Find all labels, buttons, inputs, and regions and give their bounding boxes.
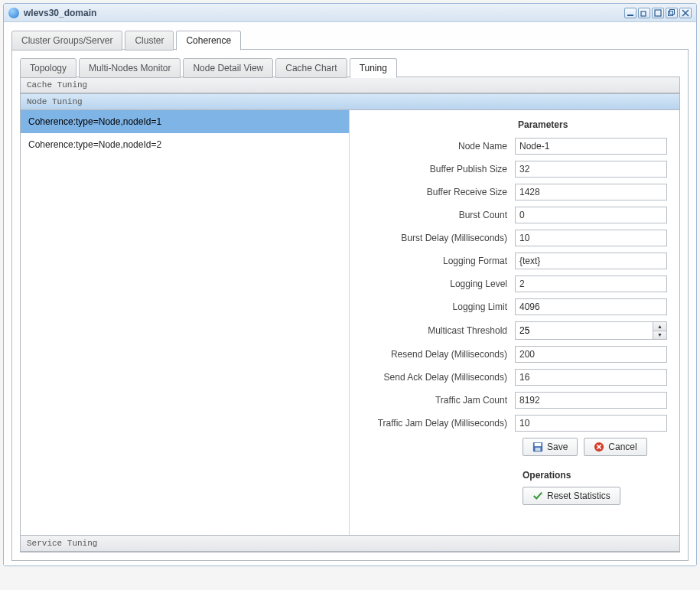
label-burst-count: Burst Count xyxy=(365,210,515,220)
input-traffic-jam-delay[interactable] xyxy=(515,415,667,432)
svg-rect-3 xyxy=(670,9,675,14)
titlebar: wlevs30_domain xyxy=(4,4,696,22)
save-button-label: Save xyxy=(547,442,568,452)
svg-rect-7 xyxy=(536,448,541,451)
label-multicast-threshold: Multicast Threshold xyxy=(365,325,515,336)
cancel-button-label: Cancel xyxy=(608,442,637,452)
input-logging-limit[interactable] xyxy=(515,298,667,315)
tab-cluster[interactable]: Cluster xyxy=(125,31,174,51)
label-burst-delay: Burst Delay (Milliseconds) xyxy=(365,233,515,243)
label-traffic-jam-count: Traffic Jam Count xyxy=(365,395,515,406)
minimize-icon xyxy=(627,9,634,17)
cancel-icon xyxy=(594,442,604,452)
cancel-button[interactable]: Cancel xyxy=(584,438,646,456)
input-burst-count[interactable] xyxy=(515,207,667,223)
label-send-ack-delay: Send Ack Delay (Milliseconds) xyxy=(365,372,515,383)
parameters-title: Parameters xyxy=(518,119,667,130)
accordion-cache-tuning[interactable]: Cache Tuning xyxy=(21,77,679,93)
node-list: Coherence:type=Node,nodeId=1 Coherence:t… xyxy=(21,110,350,535)
coherence-panel: Topology Multi-Nodes Monitor Node Detail… xyxy=(11,49,689,561)
spinner-multicast-threshold: ▲ ▼ xyxy=(515,321,667,340)
check-icon xyxy=(532,491,543,501)
label-traffic-jam-delay: Traffic Jam Delay (Milliseconds) xyxy=(365,418,515,429)
save-button[interactable]: Save xyxy=(523,438,578,456)
node-item-1[interactable]: Coherence:type=Node,nodeId=1 xyxy=(21,110,349,133)
label-logging-level: Logging Level xyxy=(365,279,515,289)
input-buffer-publish-size[interactable] xyxy=(515,161,667,178)
reset-statistics-label: Reset Statistics xyxy=(547,491,610,501)
maximize-icon xyxy=(654,9,662,17)
svg-rect-6 xyxy=(535,443,542,446)
input-resend-delay[interactable] xyxy=(515,346,667,363)
maximize-button[interactable] xyxy=(652,8,664,18)
input-burst-delay[interactable] xyxy=(515,230,667,246)
close-button[interactable] xyxy=(679,8,692,18)
input-logging-level[interactable] xyxy=(515,275,667,292)
window-controls xyxy=(624,8,692,18)
input-buffer-receive-size[interactable] xyxy=(515,184,667,200)
svg-rect-0 xyxy=(627,15,633,16)
tab-node-detail-view[interactable]: Node Detail View xyxy=(183,58,273,78)
outer-tabstrip: Cluster Groups/Server Cluster Coherence xyxy=(11,30,689,50)
accordion-service-tuning[interactable]: Service Tuning xyxy=(21,535,679,552)
input-logging-format[interactable] xyxy=(515,253,667,269)
minimize-button[interactable] xyxy=(624,8,637,18)
input-node-name[interactable] xyxy=(515,138,667,155)
cascade-icon xyxy=(668,9,676,17)
label-logging-limit: Logging Limit xyxy=(365,302,515,312)
label-logging-format: Logging Format xyxy=(365,256,515,266)
save-icon xyxy=(532,442,543,452)
input-send-ack-delay[interactable] xyxy=(515,369,667,386)
reset-statistics-button[interactable]: Reset Statistics xyxy=(523,487,620,505)
svg-rect-2 xyxy=(655,10,661,16)
inner-tabstrip: Topology Multi-Nodes Monitor Node Detail… xyxy=(20,57,680,77)
tab-coherence[interactable]: Coherence xyxy=(176,31,241,51)
restore-down-button[interactable] xyxy=(638,8,650,18)
label-buffer-publish-size: Buffer Publish Size xyxy=(365,164,515,174)
restore-down-icon xyxy=(640,9,648,17)
window-title: wlevs30_domain xyxy=(24,8,624,18)
node-item-2[interactable]: Coherence:type=Node,nodeId=2 xyxy=(21,133,349,156)
tab-tuning[interactable]: Tuning xyxy=(350,58,397,78)
app-window: wlevs30_domain Cluster Groups/Server Clu… xyxy=(3,3,697,566)
spinner-up-button[interactable]: ▲ xyxy=(653,322,666,331)
restore-button[interactable] xyxy=(666,8,678,18)
spinner-down-button[interactable]: ▼ xyxy=(653,331,666,340)
tab-topology[interactable]: Topology xyxy=(20,58,77,78)
label-resend-delay: Resend Delay (Milliseconds) xyxy=(365,349,515,360)
content-area: Cluster Groups/Server Cluster Coherence … xyxy=(4,22,696,566)
input-traffic-jam-count[interactable] xyxy=(515,392,667,409)
close-icon xyxy=(682,9,689,17)
svg-rect-1 xyxy=(641,11,646,16)
tab-cluster-groups[interactable]: Cluster Groups/Server xyxy=(11,31,122,51)
globe-icon xyxy=(8,8,19,18)
label-buffer-receive-size: Buffer Receive Size xyxy=(365,187,515,197)
svg-rect-4 xyxy=(669,11,673,15)
tab-cache-chart[interactable]: Cache Chart xyxy=(275,58,347,78)
label-node-name: Node Name xyxy=(365,141,515,152)
input-multicast-threshold[interactable] xyxy=(516,322,653,339)
tuning-panel: Cache Tuning Node Tuning Coherence:type=… xyxy=(20,77,680,553)
accordion-node-tuning[interactable]: Node Tuning xyxy=(21,93,679,110)
operations-title: Operations xyxy=(523,470,667,481)
parameters-pane: Parameters Node Name Buffer Publish Size… xyxy=(350,110,679,535)
tab-multi-nodes-monitor[interactable]: Multi-Nodes Monitor xyxy=(79,58,181,78)
node-tuning-body: Coherence:type=Node,nodeId=1 Coherence:t… xyxy=(21,110,679,535)
